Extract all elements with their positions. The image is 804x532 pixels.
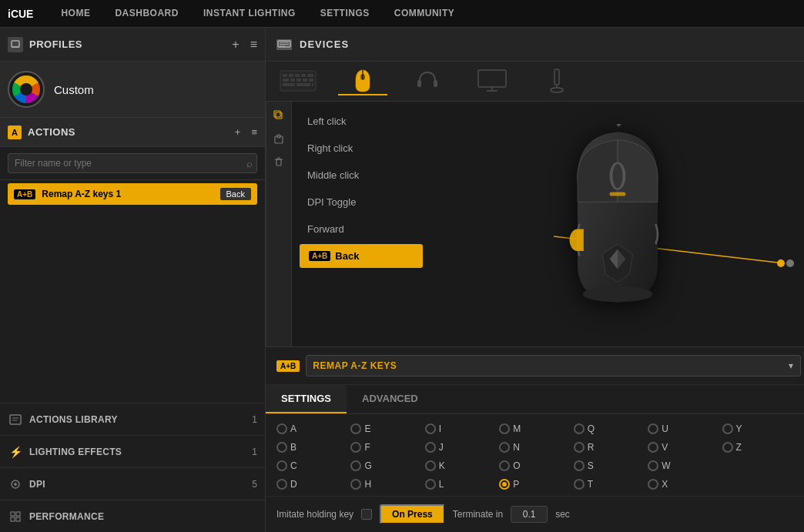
remap-select[interactable]: REMAP A-Z KEYS [306, 355, 801, 376]
add-profile-button[interactable]: + [232, 38, 239, 52]
radio-c[interactable] [276, 460, 287, 471]
device-tabs [266, 62, 804, 102]
actions-title: ACTIONS [28, 126, 229, 138]
imitate-checkbox[interactable] [361, 509, 372, 520]
key-option-u[interactable]: U [648, 423, 719, 434]
nav-settings[interactable]: SETTINGS [308, 0, 382, 27]
radio-k[interactable] [425, 460, 436, 471]
device-tab-stand[interactable] [532, 68, 581, 95]
key-option-r[interactable]: R [574, 442, 645, 453]
sidebar-delete-button[interactable] [268, 151, 290, 172]
on-press-button[interactable]: On Press [380, 504, 445, 524]
radio-e[interactable] [350, 423, 361, 434]
svg-rect-23 [296, 79, 301, 82]
device-tab-monitor[interactable] [467, 68, 517, 95]
key-option-a[interactable]: A [276, 423, 347, 434]
sidebar-paste-button[interactable] [268, 128, 290, 149]
library-item-dpi[interactable]: DPI 5 [0, 467, 265, 500]
actions-menu-button[interactable]: ≡ [251, 126, 257, 138]
nav-instant-lighting[interactable]: INSTANT LIGHTING [191, 0, 308, 27]
nav-community[interactable]: COMMUNITY [382, 0, 467, 27]
terminate-input[interactable] [511, 506, 548, 523]
mouse-button-back[interactable]: A+B Back [300, 244, 423, 268]
radio-y[interactable] [722, 423, 733, 434]
svg-rect-41 [275, 136, 283, 143]
svg-point-37 [551, 88, 563, 92]
key-option-o[interactable]: O [499, 460, 570, 471]
library-item-lighting[interactable]: ⚡ LIGHTING EFFECTS 1 [0, 435, 265, 467]
profiles-menu-button[interactable]: ≡ [250, 38, 257, 52]
key-option-y[interactable]: Y [722, 423, 793, 434]
add-action-button[interactable]: + [235, 126, 241, 138]
svg-rect-31 [417, 80, 421, 87]
key-option-l[interactable]: L [425, 479, 496, 490]
radio-q[interactable] [574, 423, 585, 434]
key-option-d[interactable]: D [276, 479, 347, 490]
key-option-z[interactable]: Z [722, 442, 793, 453]
key-option-i[interactable]: I [425, 423, 496, 434]
imitate-label: Imitate holding key [276, 509, 353, 520]
key-option-c[interactable]: C [276, 460, 347, 471]
key-option-j[interactable]: J [425, 442, 496, 453]
radio-a[interactable] [276, 423, 287, 434]
mouse-button-dpi[interactable]: DPI Toggle [292, 189, 430, 216]
back-badge: A+B [309, 251, 330, 261]
key-option-n[interactable]: N [499, 442, 570, 453]
radio-f[interactable] [350, 442, 361, 453]
radio-h[interactable] [350, 479, 361, 490]
mouse-button-right[interactable]: Right click [292, 135, 430, 162]
key-option-m[interactable]: M [499, 423, 570, 434]
action-list-item[interactable]: A+B Remap A-Z keys 1 Back [8, 183, 257, 205]
radio-w[interactable] [648, 460, 658, 471]
radio-s[interactable] [574, 460, 585, 471]
radio-p[interactable] [499, 479, 510, 490]
sidebar-copy-button[interactable] [268, 105, 290, 126]
key-option-s[interactable]: S [574, 460, 645, 471]
search-icon[interactable]: ⌕ [246, 158, 253, 169]
mouse-button-left[interactable]: Left click [292, 108, 430, 135]
key-option-e[interactable]: E [350, 423, 421, 434]
device-tab-headset[interactable] [403, 68, 452, 95]
radio-r[interactable] [574, 442, 585, 453]
key-option-k[interactable]: K [425, 460, 496, 471]
radio-o[interactable] [499, 460, 510, 471]
key-option-q[interactable]: Q [574, 423, 645, 434]
radio-j[interactable] [425, 442, 436, 453]
device-tab-mouse[interactable] [338, 68, 387, 95]
radio-z[interactable] [722, 442, 733, 453]
radio-x[interactable] [648, 479, 658, 490]
radio-l[interactable] [425, 479, 436, 490]
device-tab-keyboard[interactable] [273, 68, 323, 95]
key-option-v[interactable]: V [648, 442, 719, 453]
radio-v[interactable] [648, 442, 658, 453]
key-option-h[interactable]: H [350, 479, 421, 490]
nav-dashboard[interactable]: DASHBOARD [102, 0, 191, 27]
action-back-button[interactable]: Back [220, 188, 251, 200]
tab-settings[interactable]: SETTINGS [266, 385, 347, 413]
key-option-g[interactable]: G [350, 460, 421, 471]
key-option-p[interactable]: P [499, 479, 570, 490]
key-option-b[interactable]: B [276, 442, 347, 453]
key-option-f[interactable]: F [350, 442, 421, 453]
radio-t[interactable] [574, 479, 585, 490]
radio-u[interactable] [648, 423, 658, 434]
key-option-t[interactable]: T [574, 479, 645, 490]
radio-m[interactable] [499, 423, 510, 434]
mouse-button-middle[interactable]: Middle click [292, 162, 430, 189]
radio-g[interactable] [350, 460, 361, 471]
search-input[interactable] [8, 153, 257, 173]
key-option-w[interactable]: W [648, 460, 719, 471]
radio-d[interactable] [276, 479, 287, 490]
radio-i[interactable] [425, 423, 436, 434]
devices-header: DEVICES [266, 28, 804, 62]
profile-item[interactable]: Custom [0, 62, 265, 118]
library-item-performance[interactable]: PERFORMANCE [0, 500, 265, 532]
tab-advanced[interactable]: ADVANCED [347, 385, 434, 413]
library-item-actions[interactable]: ACTIONS LIBRARY 1 [0, 403, 265, 435]
radio-b[interactable] [276, 442, 287, 453]
nav-home[interactable]: HOME [49, 0, 102, 27]
mouse-image [541, 124, 695, 324]
radio-n[interactable] [499, 442, 510, 453]
mouse-button-forward[interactable]: Forward [292, 216, 430, 243]
key-option-x[interactable]: X [648, 479, 719, 490]
